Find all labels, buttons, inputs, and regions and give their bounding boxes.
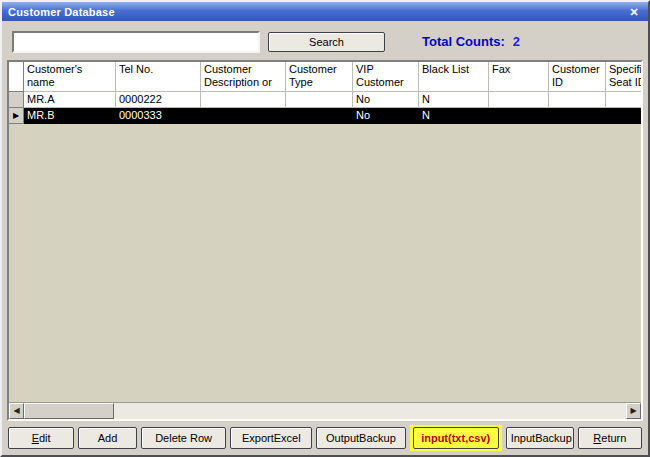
column-header-specified-seat-id[interactable]: Specified Seat ID [606,62,643,92]
close-icon[interactable]: ✕ [626,5,642,19]
bottom-button-bar: Edit Add Delete Row ExportExcel OutputBa… [8,426,642,450]
cell-fax[interactable] [489,92,549,108]
cell-black-list[interactable]: N [419,108,489,124]
customer-grid: Customer's name Tel No. Customer Descrip… [7,60,643,421]
column-header-customer-id[interactable]: Customer ID [549,62,606,92]
cell-customer-type[interactable] [286,108,353,124]
cell-vip-customer[interactable]: No [353,108,419,124]
delete-row-button[interactable]: Delete Row [141,427,227,449]
input-txt-csv-button[interactable]: input(txt,csv) [413,427,499,449]
customer-database-window: Customer Database ✕ Search Total Counts:… [0,0,650,457]
cell-customer-name[interactable]: MR.B [24,108,116,124]
total-counts-label: Total Counts: [422,34,505,49]
cell-vip-customer[interactable]: No [353,92,419,108]
scroll-left-icon[interactable]: ◀ [9,403,24,419]
column-header-vip-customer[interactable]: VIP Customer [353,62,419,92]
edit-button[interactable]: Edit [8,427,74,449]
total-counts-value: 2 [513,34,520,49]
search-input[interactable] [12,31,260,53]
total-counts: Total Counts:2 [422,34,520,49]
cell-seat-id[interactable] [606,92,643,108]
cell-description[interactable] [201,92,286,108]
cell-fax[interactable] [489,108,549,124]
return-button[interactable]: Return [578,427,642,449]
title-bar[interactable]: Customer Database ✕ [2,2,648,21]
cell-customer-id[interactable] [549,108,606,124]
row-selector-indicator[interactable]: ▶ [9,108,24,124]
cell-tel-no[interactable]: 0000222 [116,92,201,108]
cell-customer-id[interactable] [549,92,606,108]
table-row[interactable]: MR.A 0000222 No N [9,92,643,108]
horizontal-scrollbar[interactable]: ◀ ▶ [9,402,641,419]
cell-tel-no[interactable]: 0000333 [116,108,201,124]
grid-empty-area [9,124,641,402]
window-title: Customer Database [8,6,115,18]
search-toolbar: Search Total Counts:2 [2,21,648,60]
table-row-selected[interactable]: ▶ MR.B 0000333 No N [9,108,643,124]
column-header-customer-type[interactable]: Customer Type [286,62,353,92]
cell-description[interactable] [201,108,286,124]
cell-customer-type[interactable] [286,92,353,108]
column-header-tel-no[interactable]: Tel No. [116,62,201,92]
add-button[interactable]: Add [78,427,137,449]
grid-header: Customer's name Tel No. Customer Descrip… [9,62,643,92]
selector-header-cell [9,62,24,92]
cell-black-list[interactable]: N [419,92,489,108]
scroll-right-icon[interactable]: ▶ [626,403,641,419]
column-header-customer-description[interactable]: Customer Description or [201,62,286,92]
highlight-wrapper: input(txt,csv) [410,425,502,451]
input-backup-button[interactable]: InputBackup [506,427,574,449]
column-header-black-list[interactable]: Black List [419,62,489,92]
output-backup-button[interactable]: OutputBackup [316,427,406,449]
column-header-fax[interactable]: Fax [489,62,549,92]
scrollbar-thumb[interactable] [24,403,114,419]
search-button[interactable]: Search [268,32,385,52]
row-selector[interactable] [9,92,24,108]
cell-seat-id[interactable] [606,108,643,124]
cell-customer-name[interactable]: MR.A [24,92,116,108]
scrollbar-track[interactable] [114,403,626,419]
column-header-customers-name[interactable]: Customer's name [24,62,116,92]
export-excel-button[interactable]: ExportExcel [230,427,312,449]
